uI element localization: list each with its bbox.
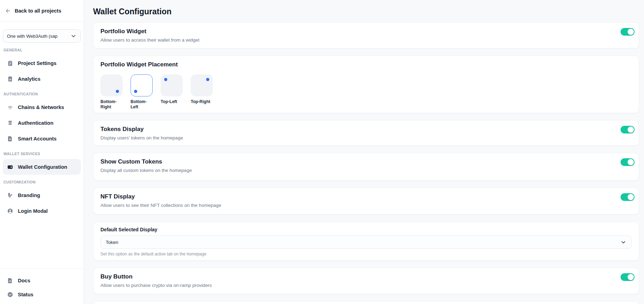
sidebar: Back to all projects One with Web3Auth (…	[0, 0, 84, 304]
card-description: Display users' tokens on the homepage	[100, 135, 632, 141]
placement-preview-bottom-left-selected	[131, 74, 153, 96]
default-display-select-value: Token	[106, 240, 118, 245]
card-description: Allow users to purchase crypto via on-ra…	[100, 282, 632, 289]
card-tokens-display: Tokens Display Display users' tokens on …	[93, 120, 639, 146]
section-label-authentication: AUTHENTICATION	[4, 92, 81, 96]
database-icon	[7, 120, 13, 126]
sidebar-item-authentication[interactable]: Authentication	[3, 115, 81, 131]
show-custom-tokens-toggle[interactable]	[621, 158, 635, 166]
card-title: Buy Button	[100, 273, 632, 281]
card-partial-next	[93, 301, 639, 304]
chevron-down-icon	[70, 33, 77, 39]
file-icon	[7, 136, 13, 142]
user-circle-icon	[7, 208, 13, 214]
sidebar-item-label: Branding	[18, 193, 40, 198]
section-label-customization: CUSTOMIZATION	[4, 180, 81, 184]
card-buy-button: Buy Button Allow users to purchase crypt…	[93, 268, 639, 294]
sidebar-nav: GENERAL Project Settings Analytics AUTHE…	[0, 43, 84, 268]
placement-option-bottom-right[interactable]: Bottom-Right	[100, 74, 123, 110]
sidebar-item-branding[interactable]: Branding	[3, 187, 81, 203]
brush-icon	[7, 192, 13, 198]
sidebar-item-chains-networks[interactable]: Chains & Networks	[3, 99, 81, 115]
placement-preview-top-right	[191, 74, 213, 96]
project-selector[interactable]: One with Web3Auth (sap	[3, 29, 81, 43]
page-title: Wallet Configuration	[93, 6, 639, 17]
placement-option-label: Bottom-Left	[131, 99, 153, 110]
select-helper-text: Set this option as the default active ta…	[100, 252, 632, 256]
back-to-projects-link[interactable]: Back to all projects	[0, 0, 84, 22]
placement-option-top-left[interactable]: Top-Left	[161, 74, 183, 110]
sidebar-item-wallet-configuration[interactable]: Wallet Configuration	[3, 159, 81, 175]
check-circle-icon	[7, 291, 13, 298]
file-icon	[7, 277, 13, 284]
section-label-general: GENERAL	[4, 48, 81, 52]
sidebar-item-label: Smart Accounts	[18, 136, 57, 142]
sidebar-item-label: Status	[18, 292, 33, 297]
select-label: Default Selected Display	[100, 227, 632, 232]
sidebar-item-analytics[interactable]: Analytics	[3, 71, 81, 87]
card-nft-display: NFT Display Allow users to see their NFT…	[93, 188, 639, 215]
sidebar-item-label: Wallet Configuration	[18, 164, 67, 170]
toggle-knob	[628, 194, 634, 200]
sidebar-item-label: Chains & Networks	[18, 104, 64, 110]
portfolio-widget-toggle[interactable]	[621, 28, 635, 36]
sidebar-item-login-modal[interactable]: Login Modal	[3, 203, 81, 219]
toggle-knob	[628, 159, 634, 165]
card-title: Tokens Display	[100, 125, 632, 133]
sidebar-footer: Docs Status	[0, 268, 84, 304]
card-description: Display all custom tokens on the homepag…	[100, 167, 632, 174]
back-to-projects-label: Back to all projects	[15, 8, 61, 14]
chevron-down-icon	[620, 239, 626, 245]
wifi-icon	[7, 104, 13, 110]
sidebar-item-label: Project Settings	[18, 60, 56, 66]
chart-doc-icon	[7, 76, 13, 82]
wallet-icon	[7, 164, 13, 170]
sidebar-item-label: Authentication	[18, 120, 54, 126]
toggle-knob	[628, 29, 634, 35]
card-title: NFT Display	[100, 193, 632, 201]
sidebar-item-label: Login Modal	[18, 208, 48, 214]
card-show-custom-tokens: Show Custom Tokens Display all custom to…	[93, 153, 639, 181]
card-title: Portfolio Widget	[100, 28, 632, 35]
card-description: Allow users to access their wallet from …	[100, 37, 632, 43]
default-display-select[interactable]: Token	[100, 236, 632, 249]
placement-option-label: Bottom-Right	[100, 99, 123, 110]
sidebar-item-smart-accounts[interactable]: Smart Accounts	[3, 131, 81, 146]
card-description: Allow users to see their NFT collections…	[100, 202, 632, 209]
placement-option-top-right[interactable]: Top-Right	[191, 74, 213, 110]
app-window: Back to all projects One with Web3Auth (…	[0, 0, 644, 304]
card-portfolio-widget-placement: Portfolio Widget Placement Bottom-Right …	[93, 56, 639, 113]
settings-cards: Portfolio Widget Allow users to access t…	[93, 22, 639, 304]
toggle-knob	[628, 274, 634, 280]
arrow-left-icon	[5, 8, 11, 14]
tokens-display-toggle[interactable]	[621, 126, 635, 133]
toggle-knob	[628, 126, 634, 133]
placement-option-label: Top-Right	[191, 99, 213, 104]
placement-options: Bottom-Right Bottom-Left Top-Left Top-Ri…	[100, 74, 632, 110]
nft-display-toggle[interactable]	[621, 193, 635, 201]
sidebar-item-project-settings[interactable]: Project Settings	[3, 55, 81, 71]
sidebar-item-label: Docs	[18, 278, 30, 283]
card-title: Portfolio Widget Placement	[100, 61, 632, 68]
placement-option-bottom-left[interactable]: Bottom-Left	[131, 74, 153, 110]
section-label-wallet-services: WALLET SERVICES	[4, 152, 81, 156]
sidebar-item-status[interactable]: Status	[3, 288, 81, 302]
sidebar-item-docs[interactable]: Docs	[3, 274, 81, 288]
placement-preview-bottom-right	[100, 74, 122, 96]
project-selector-value: One with Web3Auth (sap	[7, 34, 57, 39]
card-default-selected-display: Default Selected Display Token Set this …	[93, 222, 639, 261]
main-content: Wallet Configuration Portfolio Widget Al…	[84, 0, 644, 304]
card-portfolio-widget: Portfolio Widget Allow users to access t…	[93, 22, 639, 49]
sidebar-item-label: Analytics	[18, 76, 40, 82]
placement-option-label: Top-Left	[161, 99, 183, 104]
placement-preview-top-left	[161, 74, 183, 96]
buy-button-toggle[interactable]	[621, 273, 635, 281]
card-title: Show Custom Tokens	[100, 158, 632, 166]
clipboard-icon	[7, 60, 13, 66]
